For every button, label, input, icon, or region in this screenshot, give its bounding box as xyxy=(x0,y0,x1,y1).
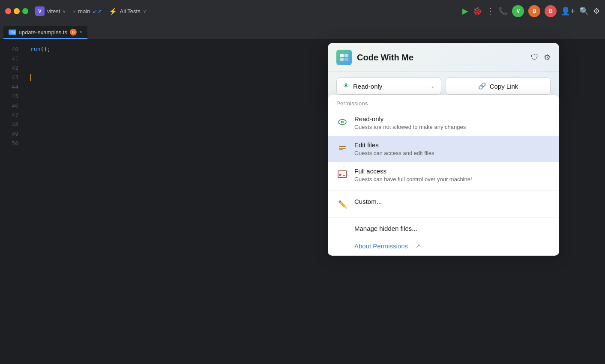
phone-icon[interactable]: 📞 xyxy=(498,6,508,16)
run-section: ⚡ All Tests ∨ xyxy=(109,7,146,15)
branch-arrows: ↙↗ xyxy=(93,8,102,15)
ts-badge: TS xyxy=(9,30,16,35)
custom-title: Custom... xyxy=(354,198,551,205)
custom-text: Custom... xyxy=(354,198,551,206)
cwm-shield-icon[interactable]: 🛡 xyxy=(531,53,539,62)
project-name[interactable]: vitest xyxy=(47,8,60,15)
project-chevron-icon[interactable]: ∨ xyxy=(63,9,66,14)
cwm-dialog: Code With Me 🛡 ⚙ 👁 Read-only ⌄ 🔗 Copy Li… xyxy=(328,43,559,101)
run-label[interactable]: All Tests xyxy=(120,8,141,15)
eye-readonly-icon xyxy=(338,117,347,127)
eye-icon: 👁 xyxy=(343,82,350,90)
svg-rect-7 xyxy=(339,146,346,147)
more-options-icon[interactable]: ⋮ xyxy=(486,6,494,16)
full-access-icon: ▶ xyxy=(336,168,348,180)
svg-rect-0 xyxy=(340,54,344,57)
debug-icon[interactable]: 🐞 xyxy=(473,6,482,16)
line-numbers: 40 41 42 43 44 45 46 47 48 49 50 xyxy=(0,39,24,364)
permissions-divider-1 xyxy=(328,191,559,191)
avatar-v[interactable]: V xyxy=(512,5,524,17)
project-section: V vitest ∨ xyxy=(35,6,66,16)
about-arrow-icon: ↗ xyxy=(416,243,420,249)
permissions-section-label: Permissions xyxy=(328,95,559,110)
titlebar-actions: ▶ 🐞 ⋮ 📞 V B B 👤+ 🔍 ⚙ xyxy=(462,5,600,17)
permission-chevron-icon: ⌄ xyxy=(431,83,435,89)
run-chevron-icon[interactable]: ∨ xyxy=(143,9,146,14)
branch-name[interactable]: main xyxy=(78,8,90,15)
tab-close-icon[interactable]: × xyxy=(79,29,82,35)
copy-link-button[interactable]: 🔗 Copy Link xyxy=(446,78,551,95)
settings-icon[interactable]: ⚙ xyxy=(593,6,600,16)
readonly-desc: Guests are not allowed to make any chang… xyxy=(354,123,551,131)
readonly-title: Read-only xyxy=(354,115,551,122)
cwm-settings-icon[interactable]: ⚙ xyxy=(544,53,551,62)
close-traffic-light[interactable] xyxy=(5,8,11,14)
full-desc: Guests can have full control over your m… xyxy=(354,176,551,183)
copy-link-label: Copy Link xyxy=(490,83,518,90)
edit-text: Edit files Guests can access and edit fi… xyxy=(354,141,551,157)
manage-hidden-files-item[interactable]: Manage hidden files... xyxy=(328,220,559,237)
permissions-divider-2 xyxy=(328,218,559,218)
permission-edit-item[interactable]: Edit files Guests can access and edit fi… xyxy=(328,136,559,162)
text-cursor xyxy=(30,74,31,81)
avatar-b-red[interactable]: B xyxy=(545,5,557,17)
tab-filename: update-examples.ts xyxy=(19,29,67,36)
run-button[interactable]: ▶ xyxy=(462,6,468,16)
about-permissions-item[interactable]: About Permissions ↗ xyxy=(328,237,559,256)
svg-point-6 xyxy=(342,122,343,122)
cwm-title: Code With Me xyxy=(357,53,526,63)
readonly-icon xyxy=(336,116,348,128)
edit-icon xyxy=(336,142,348,154)
avatar-b-orange[interactable]: B xyxy=(528,5,540,17)
titlebar: V vitest ∨ ⑂ main ↙↗ ⚡ All Tests ∨ ▶ 🐞 ⋮… xyxy=(0,0,605,22)
editor-area: 40 41 42 43 44 45 46 47 48 49 50 run(); xyxy=(0,39,605,364)
svg-rect-9 xyxy=(339,149,343,150)
permission-select-button[interactable]: 👁 Read-only ⌄ xyxy=(336,78,441,95)
branch-section: ⑂ main ↙↗ xyxy=(72,8,102,15)
cwm-logo xyxy=(336,50,352,65)
cwm-overlay: Code With Me 🛡 ⚙ 👁 Read-only ⌄ 🔗 Copy Li… xyxy=(319,39,568,364)
svg-rect-1 xyxy=(344,54,348,57)
minimize-traffic-light[interactable] xyxy=(14,8,20,14)
permission-select-label: Read-only xyxy=(353,83,382,90)
edit-desc: Guests can access and edit files xyxy=(354,149,551,157)
readonly-text: Read-only Guests are not allowed to make… xyxy=(354,115,551,131)
permission-full-item[interactable]: ▶ Full access Guests can have full contr… xyxy=(328,162,559,188)
terminal-icon: ▶ xyxy=(337,170,347,179)
full-text: Full access Guests can have full control… xyxy=(354,167,551,183)
permission-custom-item[interactable]: ✏️ Custom... xyxy=(328,193,559,216)
branch-icon: ⑂ xyxy=(72,8,76,15)
maximize-traffic-light[interactable] xyxy=(22,8,28,14)
search-icon[interactable]: 🔍 xyxy=(579,6,589,16)
cwm-header-icons: 🛡 ⚙ xyxy=(531,53,551,62)
tab-user-avatar: B xyxy=(70,29,77,36)
svg-rect-2 xyxy=(340,58,344,61)
tabbar: TS update-examples.ts B × xyxy=(0,22,605,39)
svg-text:▶: ▶ xyxy=(339,172,342,177)
edit-lines-icon xyxy=(338,143,347,153)
cwm-logo-icon xyxy=(339,53,349,62)
lightning-icon: ⚡ xyxy=(109,7,117,15)
custom-icon: ✏️ xyxy=(336,199,348,211)
about-permissions-label: About Permissions xyxy=(354,242,408,250)
file-tab[interactable]: TS update-examples.ts B × xyxy=(3,26,87,39)
cwm-header: Code With Me 🛡 ⚙ xyxy=(328,43,559,72)
traffic-lights xyxy=(5,8,28,14)
svg-rect-3 xyxy=(344,58,348,61)
edit-title: Edit files xyxy=(354,141,551,149)
svg-rect-8 xyxy=(339,148,346,149)
link-icon: 🔗 xyxy=(478,82,486,90)
project-icon: V xyxy=(35,6,45,16)
permission-readonly-item[interactable]: Read-only Guests are not allowed to make… xyxy=(328,110,559,136)
permissions-dropdown: Permissions Read-only Guests are not all… xyxy=(328,95,559,256)
manage-files-label: Manage hidden files... xyxy=(354,225,417,232)
full-title: Full access xyxy=(354,167,551,175)
add-user-icon[interactable]: 👤+ xyxy=(561,6,575,16)
